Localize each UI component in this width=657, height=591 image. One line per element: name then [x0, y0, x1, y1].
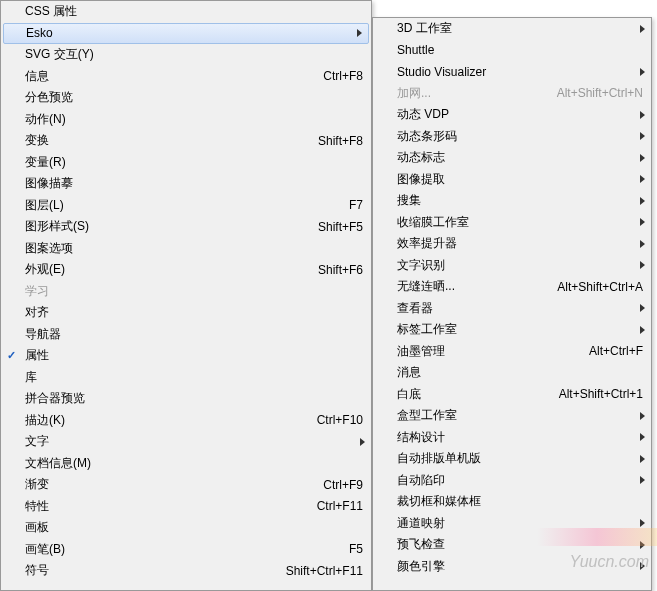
main_menu-item-3[interactable]: 信息Ctrl+F8 — [1, 66, 371, 88]
menu-item-label: 结构设计 — [397, 429, 643, 446]
sub_menu-item-0[interactable]: 3D 工作室 — [373, 18, 651, 40]
sub_menu-item-13[interactable]: 查看器 — [373, 298, 651, 320]
menu-item-label: 动态标志 — [397, 149, 643, 166]
sub_menu-item-18[interactable]: 盒型工作室 — [373, 405, 651, 427]
sub_menu-item-9[interactable]: 收缩膜工作室 — [373, 212, 651, 234]
chevron-right-icon — [357, 29, 362, 37]
menu-item-label: 动态 VDP — [397, 106, 643, 123]
menu-item-label: 收缩膜工作室 — [397, 214, 643, 231]
sub_menu-item-6[interactable]: 动态标志 — [373, 147, 651, 169]
check-icon: ✓ — [7, 349, 16, 362]
menu-item-label: 拼合器预览 — [25, 390, 363, 407]
chevron-right-icon — [640, 541, 645, 549]
main_menu-item-1[interactable]: Esko — [3, 23, 369, 45]
menu-item-shortcut: Shift+Ctrl+F11 — [286, 564, 363, 578]
menu-item-label: 信息 — [25, 68, 303, 85]
main_menu-item-18[interactable]: 拼合器预览 — [1, 388, 371, 410]
sub_menu-item-10[interactable]: 效率提升器 — [373, 233, 651, 255]
menu-item-label: 无缝连晒... — [397, 278, 537, 295]
chevron-right-icon — [640, 326, 645, 334]
menu-item-label: 查看器 — [397, 300, 643, 317]
menu-item-label: 消息 — [397, 364, 643, 381]
menu-item-label: SVG 交互(Y) — [25, 46, 363, 63]
chevron-right-icon — [640, 519, 645, 527]
main_menu-item-10[interactable]: 图形样式(S)Shift+F5 — [1, 216, 371, 238]
main_menu-item-12[interactable]: 外观(E)Shift+F6 — [1, 259, 371, 281]
chevron-right-icon — [640, 304, 645, 312]
menu-item-label: 特性 — [25, 498, 297, 515]
menu-item-label: 分色预览 — [25, 89, 363, 106]
menu-item-label: CSS 属性 — [25, 3, 363, 20]
menu-item-label: 库 — [25, 369, 363, 386]
main_menu-item-19[interactable]: 描边(K)Ctrl+F10 — [1, 410, 371, 432]
sub_menu-item-22[interactable]: 裁切框和媒体框 — [373, 491, 651, 513]
main_menu-item-5[interactable]: 动作(N) — [1, 109, 371, 131]
sub_menu-item-21[interactable]: 自动陷印 — [373, 470, 651, 492]
main_menu-item-22[interactable]: 渐变Ctrl+F9 — [1, 474, 371, 496]
sub_menu-item-17[interactable]: 白底Alt+Shift+Ctrl+1 — [373, 384, 651, 406]
main_menu-item-2[interactable]: SVG 交互(Y) — [1, 44, 371, 66]
menu-item-label: 3D 工作室 — [397, 20, 643, 37]
menu-item-label: 文档信息(M) — [25, 455, 363, 472]
sub_menu-item-2[interactable]: Studio Visualizer — [373, 61, 651, 83]
chevron-right-icon — [640, 111, 645, 119]
sub_menu-item-14[interactable]: 标签工作室 — [373, 319, 651, 341]
sub_menu-item-23[interactable]: 通道映射 — [373, 513, 651, 535]
main_menu-item-20[interactable]: 文字 — [1, 431, 371, 453]
sub_menu-item-7[interactable]: 图像提取 — [373, 169, 651, 191]
sub_menu-item-11[interactable]: 文字识别 — [373, 255, 651, 277]
main_menu-item-6[interactable]: 变换Shift+F8 — [1, 130, 371, 152]
main_menu-item-15[interactable]: 导航器 — [1, 324, 371, 346]
sub_menu-item-5[interactable]: 动态条形码 — [373, 126, 651, 148]
main_menu-item-8[interactable]: 图像描摹 — [1, 173, 371, 195]
main_menu-item-23[interactable]: 特性Ctrl+F11 — [1, 496, 371, 518]
menu-item-label: 加网... — [397, 85, 537, 102]
menu-item-label: 文字 — [25, 433, 363, 450]
main_menu-item-0[interactable]: CSS 属性 — [1, 1, 371, 23]
menu-item-shortcut: Ctrl+F11 — [317, 499, 363, 513]
main_menu-item-14[interactable]: 对齐 — [1, 302, 371, 324]
sub_menu-item-24[interactable]: 预飞检查 — [373, 534, 651, 556]
sub_menu-item-8[interactable]: 搜集 — [373, 190, 651, 212]
menu-item-label: 自动陷印 — [397, 472, 643, 489]
sub_menu-item-3: 加网...Alt+Shift+Ctrl+N — [373, 83, 651, 105]
sub_menu-item-16[interactable]: 消息 — [373, 362, 651, 384]
sub_menu-item-20[interactable]: 自动排版单机版 — [373, 448, 651, 470]
sub_menu-item-15[interactable]: 油墨管理Alt+Ctrl+F — [373, 341, 651, 363]
menu-item-label: 属性 — [25, 347, 363, 364]
sub_menu-item-19[interactable]: 结构设计 — [373, 427, 651, 449]
menu-item-label: 变量(R) — [25, 154, 363, 171]
menu-item-label: 外观(E) — [25, 261, 298, 278]
main_menu-item-9[interactable]: 图层(L)F7 — [1, 195, 371, 217]
main_menu-item-24[interactable]: 画板 — [1, 517, 371, 539]
sub_menu-item-4[interactable]: 动态 VDP — [373, 104, 651, 126]
menu-item-label: 油墨管理 — [397, 343, 569, 360]
main_menu-item-17[interactable]: 库 — [1, 367, 371, 389]
main_menu-item-11[interactable]: 图案选项 — [1, 238, 371, 260]
sub_menu-item-1[interactable]: Shuttle — [373, 40, 651, 62]
menu-item-label: 动作(N) — [25, 111, 363, 128]
sub_menu-item-12[interactable]: 无缝连晒...Alt+Shift+Ctrl+A — [373, 276, 651, 298]
main_menu-item-25[interactable]: 画笔(B)F5 — [1, 539, 371, 561]
main_menu-item-7[interactable]: 变量(R) — [1, 152, 371, 174]
main_menu-item-16[interactable]: ✓属性 — [1, 345, 371, 367]
menu-item-label: Esko — [26, 26, 362, 40]
main_menu-item-4[interactable]: 分色预览 — [1, 87, 371, 109]
chevron-right-icon — [640, 412, 645, 420]
menu-item-label: Shuttle — [397, 43, 643, 57]
main_menu-item-21[interactable]: 文档信息(M) — [1, 453, 371, 475]
menu-item-label: 学习 — [25, 283, 363, 300]
menu-item-label: 图形样式(S) — [25, 218, 298, 235]
menu-item-label: 对齐 — [25, 304, 363, 321]
chevron-right-icon — [640, 455, 645, 463]
chevron-right-icon — [640, 562, 645, 570]
menu-item-label: 搜集 — [397, 192, 643, 209]
menu-item-label: 动态条形码 — [397, 128, 643, 145]
menu-item-label: 图像描摹 — [25, 175, 363, 192]
main-menu-panel: CSS 属性EskoSVG 交互(Y)信息Ctrl+F8分色预览动作(N)变换S… — [0, 0, 372, 591]
menu-item-shortcut: Alt+Shift+Ctrl+N — [557, 86, 643, 100]
menu-item-label: 标签工作室 — [397, 321, 643, 338]
main_menu-item-26[interactable]: 符号Shift+Ctrl+F11 — [1, 560, 371, 582]
sub_menu-item-25[interactable]: 颜色引擎 — [373, 556, 651, 578]
chevron-right-icon — [640, 433, 645, 441]
